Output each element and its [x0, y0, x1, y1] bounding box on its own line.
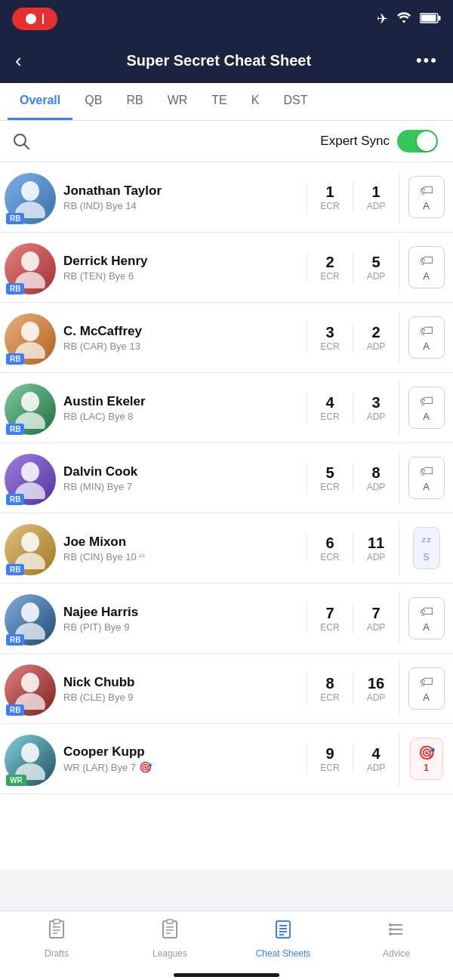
ecr-label: ECR — [310, 271, 350, 282]
target-icon-el: 🎯 — [418, 744, 435, 761]
tab-overall[interactable]: Overall — [8, 83, 72, 120]
table-row[interactable]: RB Dalvin Cook RB (MIN) Bye 7 5 ECR 8 AD… — [0, 443, 453, 513]
ecr-value: 3 — [310, 324, 350, 341]
svg-point-19 — [21, 673, 39, 692]
ecr-value: 7 — [310, 605, 350, 622]
adp-stat: 7 ADP — [353, 605, 399, 633]
table-row[interactable]: WR Cooper Kupp WR (LAR) Bye 7 🎯 9 ECR 4 … — [0, 724, 453, 794]
tag-button[interactable]: 🏷 A — [408, 176, 445, 218]
svg-point-43 — [389, 928, 392, 931]
tag-label: A — [423, 341, 430, 352]
target-button[interactable]: 🎯 1 — [410, 738, 443, 780]
table-row[interactable]: RB C. McCaffrey RB (CAR) Bye 13 3 ECR 2 … — [0, 303, 453, 373]
ecr-value: 5 — [310, 464, 350, 482]
player-info: C. McCaffrey RB (CAR) Bye 13 — [60, 324, 307, 352]
table-row[interactable]: RB Jonathan Taylor RB (IND) Bye 14 1 ECR… — [0, 162, 453, 233]
ecr-label: ECR — [310, 622, 350, 633]
adp-value: 2 — [356, 324, 396, 341]
player-meta: RB (CIN) Bye 10 ᶻᶻ — [63, 551, 307, 562]
tab-k[interactable]: K — [239, 83, 272, 120]
position-badge-rb: RB — [6, 494, 24, 505]
table-row[interactable]: RB Nick Chubb RB (CLE) Bye 9 8 ECR 16 AD… — [0, 654, 453, 724]
action-col: 🏷 A — [399, 170, 453, 224]
drafts-icon: F — [46, 919, 67, 945]
back-button[interactable]: ‹ — [15, 49, 22, 72]
tab-qb[interactable]: QB — [72, 83, 114, 120]
ecr-value: 9 — [310, 745, 350, 763]
action-col: 🏷 A — [399, 240, 453, 294]
tag-button[interactable]: 🏷 A — [408, 457, 445, 499]
adp-label: ADP — [356, 552, 396, 562]
player-name: C. McCaffrey — [63, 324, 307, 339]
toggle-knob — [417, 131, 436, 151]
player-avatar-wrap: RB — [0, 451, 60, 505]
tag-button[interactable]: 🏷 A — [408, 387, 445, 429]
adp-stat: 2 ADP — [353, 324, 399, 352]
svg-point-21 — [21, 743, 39, 763]
header: ‹ Super Secret Cheat Sheet ••• — [0, 38, 453, 83]
action-col: 🏷 A — [399, 661, 453, 716]
player-info: Austin Ekeler RB (LAC) Bye 8 — [60, 394, 307, 422]
player-avatar-wrap: RB — [0, 310, 60, 365]
player-avatar-wrap: RB — [0, 240, 60, 294]
expert-sync-toggle[interactable] — [397, 130, 438, 153]
advice-label: Advice — [383, 948, 410, 959]
ecr-value: 4 — [310, 394, 350, 411]
bottom-nav: F Drafts Leagues Cheat She — [0, 911, 453, 980]
player-name: Dalvin Cook — [63, 464, 307, 479]
position-badge-rb: RB — [6, 704, 24, 716]
svg-point-17 — [21, 602, 39, 622]
tag-button[interactable]: 🏷 A — [408, 667, 445, 710]
ecr-stat: 3 ECR — [307, 324, 353, 352]
snooze-icon: ᶻᶻ — [421, 534, 432, 550]
bottom-tab-cheat-sheets[interactable]: Cheat Sheets — [226, 919, 340, 959]
svg-point-42 — [389, 923, 392, 926]
tag-icon: 🏷 — [420, 253, 433, 269]
action-col: 🏷 A — [399, 451, 453, 505]
search-icon[interactable] — [12, 132, 30, 150]
record-button[interactable] — [12, 8, 57, 30]
adp-stat: 16 ADP — [353, 675, 399, 703]
player-avatar-wrap: RB — [0, 591, 60, 646]
leagues-label: Leagues — [153, 948, 187, 959]
tag-label: A — [423, 200, 430, 211]
adp-value: 16 — [356, 675, 396, 692]
table-row[interactable]: RB Joe Mixon RB (CIN) Bye 10 ᶻᶻ 6 ECR 11… — [0, 513, 453, 584]
ecr-label: ECR — [310, 692, 350, 703]
ecr-value: 8 — [310, 675, 350, 692]
svg-line-4 — [24, 144, 29, 149]
tab-te[interactable]: TE — [199, 83, 239, 120]
table-row[interactable]: RB Derrick Henry RB (TEN) Bye 6 2 ECR 5 … — [0, 233, 453, 303]
tab-dst[interactable]: DST — [271, 83, 319, 120]
bottom-tab-drafts[interactable]: F Drafts — [0, 919, 113, 959]
tab-rb[interactable]: RB — [114, 83, 155, 120]
position-badge-rb: RB — [6, 353, 24, 365]
snooze-button[interactable]: ᶻᶻ S — [413, 527, 440, 569]
tag-button[interactable]: 🏷 A — [408, 246, 445, 288]
record-dot — [26, 14, 36, 24]
ecr-label: ECR — [310, 411, 350, 422]
adp-stat: 4 ADP — [353, 745, 399, 773]
tab-wr[interactable]: WR — [156, 83, 200, 120]
action-col: ᶻᶻ S — [399, 521, 453, 575]
advice-icon — [386, 919, 407, 945]
adp-stat: 3 ADP — [353, 394, 399, 422]
player-info: Nick Chubb RB (CLE) Bye 9 — [60, 675, 307, 703]
table-row[interactable]: RB Austin Ekeler RB (LAC) Bye 8 4 ECR 3 … — [0, 373, 453, 443]
ecr-label: ECR — [310, 201, 350, 211]
table-row[interactable]: RB Najee Harris RB (PIT) Bye 9 7 ECR 7 A… — [0, 584, 453, 654]
tag-button[interactable]: 🏷 A — [408, 316, 445, 359]
bottom-tab-advice[interactable]: Advice — [340, 919, 453, 959]
bottom-tab-leagues[interactable]: Leagues — [113, 919, 226, 959]
ecr-stat: 8 ECR — [307, 675, 353, 703]
player-name: Joe Mixon — [63, 535, 307, 550]
tag-button[interactable]: 🏷 A — [408, 597, 445, 639]
sleep-icon: ᶻᶻ — [139, 552, 145, 562]
more-button[interactable]: ••• — [416, 51, 438, 70]
player-list: RB Jonathan Taylor RB (IND) Bye 14 1 ECR… — [0, 162, 453, 870]
ecr-stat: 4 ECR — [307, 394, 353, 422]
tag-label: A — [423, 270, 430, 282]
player-meta: RB (PIT) Bye 9 — [63, 621, 307, 633]
tag-icon: 🏷 — [420, 183, 433, 199]
tag-icon: 🏷 — [420, 323, 433, 339]
